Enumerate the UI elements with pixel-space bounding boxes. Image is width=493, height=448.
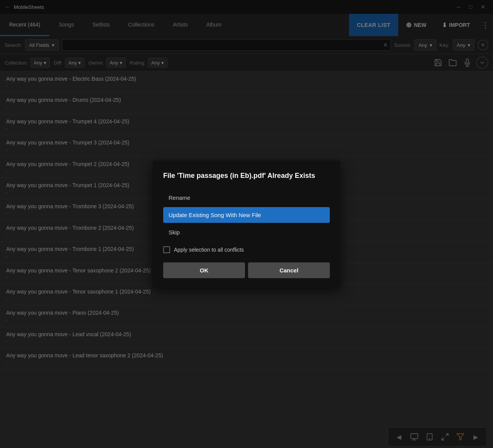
ok-button[interactable]: OK xyxy=(163,262,245,278)
rename-option[interactable]: Rename xyxy=(163,190,330,206)
apply-all-label: Apply selection to all conflicts xyxy=(174,247,244,253)
file-conflict-modal: File 'Time passages (in Eb).pdf' Already… xyxy=(152,161,341,287)
modal-title: File 'Time passages (in Eb).pdf' Already… xyxy=(163,171,330,180)
modal-buttons: OK Cancel xyxy=(163,262,330,278)
skip-option[interactable]: Skip xyxy=(163,224,330,240)
modal-overlay: File 'Time passages (in Eb).pdf' Already… xyxy=(0,0,493,448)
cancel-button[interactable]: Cancel xyxy=(248,262,330,278)
apply-all-row: Apply selection to all conflicts xyxy=(163,246,330,253)
update-option[interactable]: Update Existing Song With New File xyxy=(163,207,330,223)
apply-all-checkbox[interactable] xyxy=(163,246,170,253)
